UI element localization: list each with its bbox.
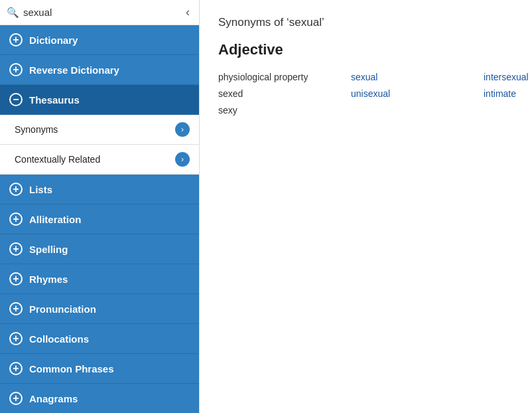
sidebar-item-lists[interactable]: +Lists [0, 175, 199, 205]
synonym-text: physiological property [218, 69, 338, 86]
synonyms-grid: physiological propertysexedsexysexualuni… [218, 69, 513, 120]
sub-item-label: Contextually Related [15, 154, 100, 165]
synonyms-col-0: physiological propertysexedsexy [218, 69, 338, 120]
sidebar: 🔍 ‹ +Dictionary+Reverse Dictionary−Thesa… [0, 0, 200, 413]
sidebar-item-anagrams[interactable]: +Anagrams [0, 384, 199, 413]
plus-icon: + [9, 212, 23, 226]
sidebar-item-dictionary[interactable]: +Dictionary [0, 25, 199, 55]
sub-item-synonyms[interactable]: Synonyms› [0, 115, 199, 145]
plus-icon: + [9, 33, 23, 46]
synonym-link[interactable]: intersexual [484, 69, 532, 86]
sidebar-item-label: Reverse Dictionary [29, 64, 119, 76]
plus-icon: + [9, 63, 23, 76]
sidebar-item-alliteration[interactable]: +Alliteration [0, 205, 199, 234]
sidebar-item-common-phrases[interactable]: +Common Phrases [0, 354, 199, 384]
sidebar-item-thesaurus[interactable]: −Thesaurus [0, 85, 199, 115]
chevron-right-icon: › [175, 152, 190, 167]
sidebar-item-label: Lists [29, 184, 52, 195]
pos-heading: Adjective [218, 41, 513, 58]
minus-icon: − [9, 93, 23, 106]
plus-icon: + [9, 332, 23, 345]
sidebar-item-label: Pronunciation [29, 303, 96, 315]
plus-icon: + [9, 272, 23, 286]
synonyms-title: Synonyms of ‘sexual’ [218, 16, 513, 29]
sidebar-item-label: Anagrams [29, 393, 78, 404]
synonyms-col-2: intersexualintimate [484, 69, 532, 120]
chevron-right-icon: › [175, 122, 190, 137]
sidebar-item-label: Dictionary [29, 35, 78, 46]
sub-item-label: Synonyms [15, 124, 58, 135]
sidebar-item-reverse-dictionary[interactable]: +Reverse Dictionary [0, 55, 199, 85]
search-bar: 🔍 ‹ [0, 0, 199, 25]
sidebar-item-pronunciation[interactable]: +Pronunciation [0, 294, 199, 324]
sidebar-item-label: Rhymes [29, 274, 68, 285]
plus-icon: + [9, 302, 23, 315]
sidebar-item-rhymes[interactable]: +Rhymes [0, 264, 199, 294]
synonym-link[interactable]: unisexual [351, 86, 470, 102]
synonym-link[interactable]: intimate [484, 86, 532, 102]
sidebar-item-label: Common Phrases [29, 363, 114, 374]
plus-icon: + [9, 242, 23, 256]
sidebar-item-label: Collocations [29, 333, 89, 345]
synonym-text: sexy [218, 102, 338, 119]
nav-list: +Dictionary+Reverse Dictionary−Thesaurus… [0, 25, 199, 413]
sidebar-item-spelling[interactable]: +Spelling [0, 234, 199, 264]
plus-icon: + [9, 362, 23, 375]
clear-search-button[interactable]: ‹ [183, 5, 192, 19]
main-content: Synonyms of ‘sexual’ Adjective physiolog… [200, 0, 532, 413]
search-icon: 🔍 [7, 7, 19, 19]
plus-icon: + [9, 183, 23, 196]
search-input[interactable] [23, 7, 183, 18]
sidebar-item-collocations[interactable]: +Collocations [0, 324, 199, 354]
sidebar-item-label: Spelling [29, 244, 68, 255]
sub-item-contextually-related[interactable]: Contextually Related› [0, 145, 199, 175]
plus-icon: + [9, 392, 23, 405]
sidebar-item-label: Alliteration [29, 214, 81, 225]
sidebar-item-label: Thesaurus [29, 94, 80, 106]
synonym-text: sexed [218, 86, 338, 102]
synonym-link[interactable]: sexual [351, 69, 470, 86]
synonyms-col-1: sexualunisexual [351, 69, 470, 120]
